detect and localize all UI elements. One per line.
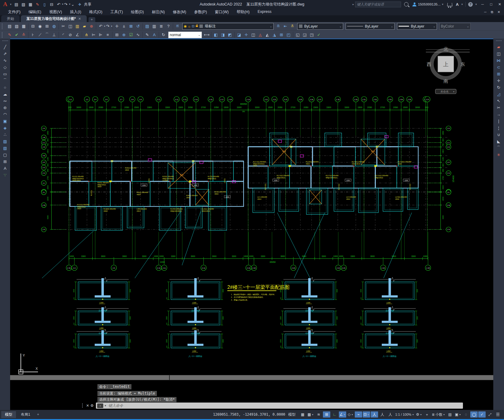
- new-icon[interactable]: ▤: [6, 23, 13, 30]
- solid-intersect-icon[interactable]: ◩: [226, 32, 233, 38]
- copy-clip-icon[interactable]: ◫: [67, 23, 74, 30]
- zoom-window-icon[interactable]: ⊠: [127, 23, 135, 30]
- break-icon[interactable]: ¦: [495, 124, 503, 131]
- quick-properties-icon[interactable]: ▤: [446, 411, 454, 418]
- arc-icon[interactable]: ⌒: [1, 77, 9, 84]
- user-avatar-icon[interactable]: [412, 2, 416, 6]
- doc-close-button[interactable]: ✕: [495, 10, 502, 14]
- save-icon[interactable]: ▦: [27, 1, 34, 8]
- annotation-autoscale-icon[interactable]: 人: [379, 411, 386, 418]
- toolbar-drag-handle[interactable]: [2, 24, 5, 29]
- linetype-combo[interactable]: ByLayer⌄: [346, 23, 395, 30]
- solid-mirror-icon[interactable]: ◮: [271, 32, 278, 38]
- center-mark-icon[interactable]: ⊕: [120, 32, 127, 38]
- help-dropdown-icon[interactable]: ▼: [475, 3, 477, 6]
- color-combo[interactable]: ByLayer⌄: [297, 23, 343, 30]
- dim-radius-icon[interactable]: ◜: [60, 32, 67, 38]
- snap-mode-icon[interactable]: ▩▼: [307, 411, 314, 418]
- layer-freeze-icon[interactable]: ☼: [188, 25, 191, 28]
- line-icon[interactable]: ╱: [1, 44, 9, 50]
- menu-12[interactable]: Express: [258, 9, 271, 15]
- explode-icon[interactable]: ✳: [495, 151, 503, 158]
- menu-3[interactable]: 插入(I): [70, 9, 81, 15]
- solid-move-icon[interactable]: ✛: [243, 32, 250, 38]
- share-plane-icon[interactable]: ✈: [76, 1, 83, 8]
- dim-inspect-icon[interactable]: ☑: [127, 32, 135, 38]
- dimstyle-combo[interactable]: normal⌄: [168, 32, 202, 38]
- make-layer-current-icon[interactable]: ≞: [275, 23, 282, 30]
- lock-ui-icon[interactable]: ▣▼: [454, 411, 462, 418]
- solid-rotate-icon[interactable]: ◬: [257, 32, 264, 38]
- rectangle-icon[interactable]: ▭: [1, 70, 9, 77]
- layer-previous-icon[interactable]: ⇤: [282, 23, 289, 30]
- menu-4[interactable]: 格式(O): [89, 9, 102, 15]
- undo-icon[interactable]: ↶▼: [55, 1, 62, 8]
- fillet-edge-icon[interactable]: ◱: [294, 32, 301, 38]
- object-snap-tracking-icon[interactable]: ⌁: [355, 411, 362, 418]
- cut-icon[interactable]: ✂: [60, 23, 67, 30]
- command-close-icon[interactable]: ✕: [86, 403, 90, 408]
- quick-dim-icon[interactable]: ⋔: [83, 32, 90, 38]
- polar-tracking-icon[interactable]: ∠▼: [339, 411, 346, 418]
- dim-ordinate-icon[interactable]: ⊥: [51, 32, 58, 38]
- paste-icon[interactable]: ▥: [74, 23, 81, 30]
- menu-8[interactable]: 修改(M): [173, 9, 186, 15]
- copy-icon[interactable]: ◫: [495, 50, 503, 57]
- chamfer-icon[interactable]: ◣: [495, 138, 503, 145]
- tab-close-icon[interactable]: ✕: [78, 17, 81, 21]
- account-dropdown-icon[interactable]: ▼: [441, 3, 444, 6]
- revcloud-icon[interactable]: ☁: [1, 91, 9, 97]
- ellipse-arc-icon[interactable]: ◠: [1, 111, 9, 118]
- plot-icon[interactable]: ⊟: [48, 1, 55, 8]
- solid-subtract-icon[interactable]: ◨: [219, 32, 226, 38]
- layer-color-swatch[interactable]: [199, 24, 203, 28]
- designcenter-icon[interactable]: ▥: [151, 23, 158, 30]
- chamfer-edge-icon[interactable]: ◲: [301, 32, 308, 38]
- send-to-device-icon[interactable]: ▯: [41, 1, 48, 8]
- move-icon[interactable]: ✛: [495, 77, 503, 84]
- help-icon[interactable]: ?: [165, 23, 172, 30]
- dim-text-edit-icon[interactable]: A: [151, 32, 158, 38]
- save-as-icon[interactable]: ✎: [34, 1, 41, 8]
- plot-icon[interactable]: ⊟: [29, 23, 36, 30]
- plot-preview-icon[interactable]: ◉: [36, 23, 44, 30]
- dim-continue-icon[interactable]: ⊨: [90, 32, 97, 38]
- close-button[interactable]: ✕: [495, 0, 504, 8]
- tab-start[interactable]: 开始: [1, 15, 20, 22]
- properties-palette-icon[interactable]: ▤: [144, 23, 151, 30]
- menu-9[interactable]: 参数(P): [194, 9, 207, 15]
- workspace-gear-icon[interactable]: ⚙▼: [415, 411, 423, 418]
- menu-2[interactable]: 视图(V): [49, 9, 62, 15]
- app-dropdown-icon[interactable]: ▼: [461, 3, 463, 6]
- new-file-icon[interactable]: ▤: [13, 1, 20, 8]
- overkill-icon[interactable]: ≙: [20, 32, 27, 38]
- layout1-tab[interactable]: 布局1: [17, 411, 34, 418]
- lineweight-combo[interactable]: ByLayer⌄: [397, 23, 437, 30]
- isodraft-icon[interactable]: ◇▼: [347, 411, 354, 418]
- model-space-button[interactable]: 模型: [286, 411, 298, 418]
- menu-7[interactable]: 标注(N): [152, 9, 165, 15]
- collapse-search-icon[interactable]: ▸: [353, 3, 354, 6]
- erase-icon[interactable]: ▰: [495, 44, 503, 50]
- dim-arc-icon[interactable]: ⌒: [44, 32, 51, 38]
- join-icon[interactable]: ∪: [495, 131, 503, 138]
- block-editor-icon[interactable]: ⊕: [88, 23, 95, 30]
- xline-icon[interactable]: ⇗: [1, 50, 9, 57]
- save-icon[interactable]: ▦: [20, 23, 27, 30]
- dim-jogged-icon[interactable]: ∿: [135, 32, 142, 38]
- divide-icon[interactable]: ∵: [1, 172, 9, 178]
- layer-lock-icon[interactable]: [196, 25, 198, 27]
- autocad-logo-icon[interactable]: A: [2, 1, 9, 7]
- layer-properties-icon[interactable]: ≝: [174, 23, 181, 30]
- solid-box-icon[interactable]: ◫: [250, 32, 257, 38]
- dim-aligned-icon[interactable]: ⟋: [36, 32, 44, 38]
- dim-diameter-icon[interactable]: ⊘: [67, 32, 74, 38]
- search-input[interactable]: 键入关键字或短语: [355, 2, 401, 7]
- dim-baseline-icon[interactable]: ⊫: [97, 32, 104, 38]
- search-icon[interactable]: [404, 2, 408, 6]
- break-point-icon[interactable]: ∣: [495, 118, 503, 124]
- minimize-button[interactable]: ─: [478, 0, 487, 8]
- hatch-icon[interactable]: ▨: [1, 138, 9, 145]
- make-block-icon[interactable]: ◈: [1, 124, 9, 131]
- dim-linear-icon[interactable]: ⊦: [29, 32, 36, 38]
